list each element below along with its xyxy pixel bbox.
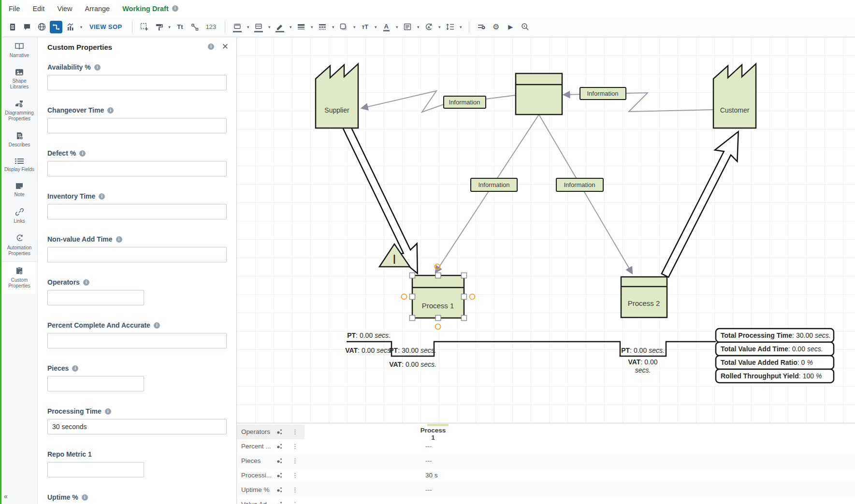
field-info-icon[interactable] — [107, 107, 114, 114]
information-box-3[interactable]: Information — [471, 178, 517, 191]
format-painter-icon[interactable] — [153, 21, 165, 33]
field-info-icon[interactable] — [83, 279, 89, 286]
zoom-search-icon[interactable] — [519, 21, 531, 33]
chart-icon[interactable] — [64, 21, 77, 33]
fill-color-icon[interactable] — [231, 21, 244, 33]
table-row[interactable]: Percent ... ⋮ --- — [237, 439, 855, 454]
scatter-dots-icon[interactable] — [276, 487, 283, 494]
sidebar-item-narrative[interactable]: Narrative — [1, 37, 37, 63]
production-control-shape[interactable] — [516, 73, 562, 115]
repo-metric-1-input[interactable] — [47, 462, 144, 477]
process2-shape[interactable]: Process 2 — [621, 277, 667, 317]
table-row[interactable]: Processi... ⋮ 30 s — [237, 468, 855, 483]
text-align-caret[interactable]: ▾ — [416, 25, 420, 29]
text-color-icon[interactable] — [380, 21, 392, 33]
numeric-fields-button[interactable]: 123 — [206, 23, 217, 30]
line-color-icon[interactable] — [274, 21, 286, 33]
table-row[interactable]: Uptime % ⋮ --- — [237, 483, 855, 497]
comment-icon[interactable] — [21, 21, 33, 33]
information-box-1[interactable]: Information — [444, 96, 486, 108]
push-arrow-supplier-to-process1[interactable] — [334, 118, 429, 279]
field-info-icon[interactable] — [94, 64, 101, 71]
sidebar-item-diagramming-properties[interactable]: Diagramming Properties — [1, 95, 37, 127]
resize-handle[interactable] — [410, 294, 415, 300]
run-icon[interactable] — [504, 21, 517, 33]
marquee-select-icon[interactable] — [138, 21, 151, 33]
pieces-input[interactable] — [47, 376, 144, 391]
connector-supplier-information[interactable] — [362, 91, 516, 112]
line-style-caret[interactable]: ▾ — [331, 25, 335, 29]
text-rotate-caret[interactable]: ▾ — [437, 25, 442, 29]
row-menu-icon[interactable]: ⋮ — [292, 497, 298, 504]
inventory-time-input[interactable] — [47, 204, 227, 219]
text-rotate-icon[interactable]: A — [422, 21, 435, 33]
table-row[interactable]: Value Ad... ⋮ --- — [237, 497, 855, 504]
font-size-caret[interactable]: ▾ — [373, 25, 378, 29]
info-icon[interactable] — [172, 5, 178, 12]
table-row[interactable]: Operators ⋮ — [237, 425, 855, 439]
globe-icon[interactable] — [35, 21, 48, 33]
border-color-caret[interactable]: ▾ — [267, 25, 272, 29]
conditional-format-icon[interactable] — [475, 21, 488, 33]
timeline-totals-box[interactable]: Total Processing Time:30.00secs. Total V… — [716, 329, 834, 383]
defect-input[interactable] — [47, 161, 227, 176]
row-menu-icon[interactable]: ⋮ — [292, 439, 298, 454]
border-color-icon[interactable] — [252, 21, 265, 33]
resize-handle[interactable] — [462, 294, 467, 300]
connector-tool-icon[interactable] — [50, 21, 62, 33]
automation-settings-icon[interactable] — [490, 21, 502, 33]
row-menu-icon[interactable]: ⋮ — [292, 483, 298, 497]
customer-shape[interactable]: Customer — [713, 64, 756, 128]
chart-dropdown-caret[interactable]: ▾ — [79, 25, 84, 29]
text-tool-icon[interactable] — [174, 21, 187, 33]
changeover-time-input[interactable] — [47, 118, 227, 133]
line-weight-caret[interactable]: ▾ — [309, 25, 314, 29]
resize-handle[interactable] — [462, 273, 467, 278]
field-info-icon[interactable] — [82, 494, 88, 501]
menu-file[interactable]: File — [9, 5, 20, 13]
resize-handle[interactable] — [462, 316, 467, 321]
row-menu-icon[interactable]: ⋮ — [292, 468, 298, 483]
field-info-icon[interactable] — [99, 193, 105, 200]
information-box-2[interactable]: Information — [580, 87, 626, 100]
connection-point[interactable] — [470, 294, 475, 300]
scatter-dots-icon[interactable] — [276, 429, 283, 436]
information-box-4[interactable]: Information — [556, 178, 603, 191]
resize-handle[interactable] — [410, 273, 415, 278]
scatter-dots-icon[interactable] — [276, 472, 283, 480]
field-info-icon[interactable] — [116, 236, 122, 243]
field-info-icon[interactable] — [105, 408, 111, 415]
line-spacing-icon[interactable] — [444, 21, 456, 33]
document-icon[interactable] — [6, 21, 19, 33]
line-spacing-caret[interactable]: ▾ — [458, 25, 463, 29]
resize-handle[interactable] — [435, 316, 441, 321]
row-menu-icon[interactable]: ⋮ — [292, 454, 298, 468]
text-color-caret[interactable]: ▾ — [394, 25, 399, 29]
corner-style-icon[interactable] — [337, 21, 350, 33]
connector-control-to-process1[interactable] — [435, 115, 539, 273]
sidebar-item-shape-libraries[interactable]: Shape Libraries — [1, 63, 37, 95]
non-value-add-time-input[interactable] — [47, 247, 227, 262]
operators-input[interactable] — [47, 290, 144, 305]
close-icon[interactable]: ✕ — [222, 42, 229, 52]
menu-view[interactable]: View — [57, 5, 72, 13]
field-info-icon[interactable] — [154, 322, 160, 329]
timeline-ladder[interactable]: PT:0.00secs. VAT:0.00secs. PT:30.00secs.… — [345, 331, 716, 374]
panel-info-icon[interactable] — [208, 43, 214, 50]
line-color-caret[interactable]: ▾ — [288, 25, 293, 29]
row-menu-icon[interactable]: ⋮ — [292, 425, 298, 439]
fill-color-caret[interactable]: ▾ — [246, 25, 250, 29]
connection-point[interactable] — [435, 324, 441, 330]
connection-point[interactable] — [402, 294, 407, 300]
availability-input[interactable] — [47, 75, 227, 90]
scatter-dots-icon[interactable] — [276, 501, 283, 504]
menu-edit[interactable]: Edit — [32, 5, 44, 13]
line-weight-icon[interactable] — [295, 21, 307, 33]
sidebar-item-custom-properties[interactable]: Custom Properties — [1, 261, 37, 294]
sidebar-item-automation-properties[interactable]: Automation Properties — [1, 229, 37, 261]
menu-arrange[interactable]: Arrange — [85, 5, 110, 13]
scatter-dots-icon[interactable] — [276, 458, 283, 465]
table-row[interactable]: Pieces ⋮ --- — [237, 454, 855, 468]
line-style-icon[interactable] — [316, 21, 329, 33]
connection-line-icon[interactable] — [188, 21, 201, 33]
